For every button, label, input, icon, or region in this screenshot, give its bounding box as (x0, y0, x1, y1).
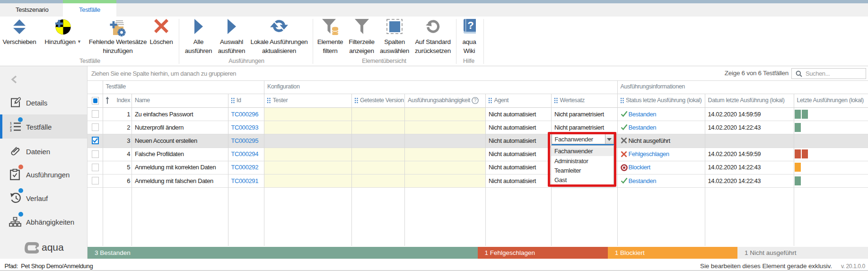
svg-text:?: ? (467, 19, 473, 31)
svg-text:1: 1 (10, 122, 12, 125)
svg-text:3: 3 (10, 129, 12, 131)
svg-text:2: 2 (10, 125, 12, 128)
svg-text:?: ? (474, 98, 477, 103)
